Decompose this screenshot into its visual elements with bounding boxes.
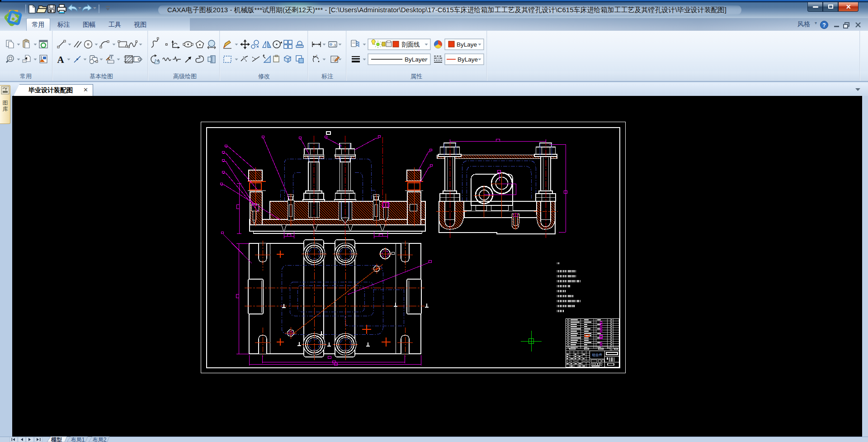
svg-text:组合件: 组合件 bbox=[592, 353, 603, 357]
